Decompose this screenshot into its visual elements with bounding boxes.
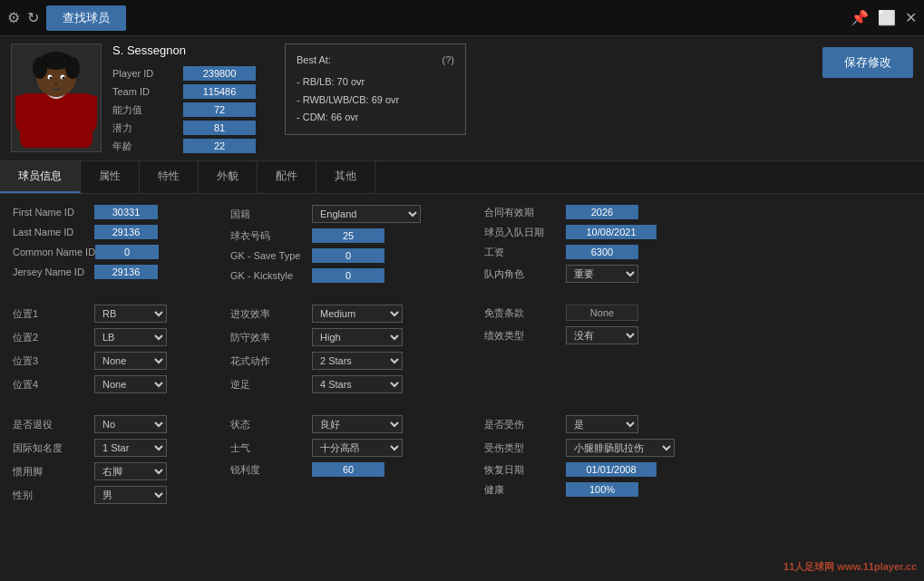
injured-label: 是否受伤 [484,418,566,431]
common-name-id-row: Common Name ID 0 [13,245,221,259]
condition-section: 状态 良好 士气 十分高昂 锐利度 60 [230,415,475,509]
ability-value: 72 [183,102,256,117]
gender-select[interactable]: 男 [94,486,167,504]
nationality-row: 国籍 England [230,205,475,223]
best-at-title: Best At: [297,52,331,70]
common-name-id-label: Common Name ID [13,247,95,257]
state-select[interactable]: 良好 [312,415,403,433]
pin-icon[interactable]: 📌 [851,9,869,26]
join-date-value: 10/08/2021 [566,225,657,239]
attack-rate-row: 进攻效率 Medium [230,305,475,323]
watermark: 11人足球网 www.11player.cc [783,560,917,574]
retired-select[interactable]: No [94,415,167,433]
skill-select[interactable]: 2 Stars [312,352,403,370]
contract-end-row: 合同有效期 2026 [484,205,911,219]
positions-section: 位置1 RB 位置2 LB 位置3 None [13,305,221,399]
nationality-select[interactable]: England [312,205,421,223]
gk-save-type-label: GK - Save Type [230,250,312,261]
sharpness-value: 60 [312,462,384,477]
defense-rate-select[interactable]: High [312,328,403,346]
pos2-select[interactable]: LB [94,328,167,346]
state-label: 状态 [230,418,312,431]
tab-traits[interactable]: 特性 [140,161,199,193]
attack-rate-label: 进攻效率 [230,307,312,321]
tab-accessories[interactable]: 配件 [258,161,316,193]
attack-rate-select[interactable]: Medium [312,305,403,323]
recovery-date-row: 恢复日期 01/01/2008 [484,462,911,477]
wage-row: 工资 6300 [484,245,911,259]
foot-label: 惯用脚 [13,465,94,479]
pos3-select[interactable]: None [94,352,167,370]
bonus-label: 绩效类型 [484,329,566,343]
weak-foot-label: 逆足 [230,378,312,392]
foot-select[interactable]: 右脚 [94,462,167,480]
bonus-select[interactable]: 没有 [566,326,638,344]
bonus-row: 绩效类型 没有 [484,326,911,344]
pos3-row: 位置3 None [13,352,221,370]
tab-player-info[interactable]: 球员信息 [0,161,81,193]
join-date-row: 球员入队日期 10/08/2021 [484,225,911,239]
weak-foot-select[interactable]: 4 Stars [312,375,403,393]
injured-select[interactable]: 是 [566,415,638,433]
potential-row: 潜力 81 [112,121,256,135]
pos1-select[interactable]: RB [94,305,167,323]
injury-section: 是否受伤 是 受伤类型 小腿腓肠肌拉伤 恢复日期 01/01/2008 健康 [484,415,911,509]
title-bar: ⚙ ↻ 查找球员 📌 ⬜ ✕ [0,0,924,36]
age-label: 年龄 [112,140,176,153]
svg-point-7 [50,77,53,80]
tab-other[interactable]: 其他 [316,161,375,193]
recovery-date-value: 01/01/2008 [566,462,657,477]
skill-row: 花式动作 2 Stars [230,352,475,370]
search-player-button[interactable]: 查找球员 [46,5,126,31]
tabs-bar: 球员信息 属性 特性 外貌 配件 其他 [0,161,924,194]
sharpness-row: 锐利度 60 [230,462,475,477]
pos4-row: 位置4 None [13,375,221,393]
foot-row: 惯用脚 右脚 [13,462,221,480]
ability-label: 能力值 [112,103,176,117]
wrench-icon[interactable]: ⚙ [7,9,20,26]
injury-type-label: 受伤类型 [484,441,566,455]
wage-value: 6300 [566,245,638,259]
last-name-id-label: Last Name ID [13,227,94,237]
defense-rate-label: 防守效率 [230,331,312,344]
pos3-label: 位置3 [13,354,94,368]
svg-point-9 [54,82,58,86]
ability-row: 能力值 72 [112,102,256,117]
gk-save-type-row: GK - Save Type 0 [230,248,475,263]
tab-appearance[interactable]: 外貌 [199,161,258,193]
player-id-value: 239800 [183,66,256,81]
famous-select[interactable]: 1 Star [94,439,167,457]
first-name-id-label: First Name ID [13,207,94,218]
contract-extras: 免责条款 None 绩效类型 没有 [484,305,911,399]
fitness-value: 100% [566,482,638,497]
best-at-line-1: - RB/LB: 70 ovr [297,73,454,92]
first-name-id-value: 30331 [94,205,158,219]
contract-end-label: 合同有效期 [484,206,566,219]
player-info-grid: S. Sessegnon Player ID 239800 Team ID 11… [112,44,256,153]
team-id-label: Team ID [112,86,176,97]
resize-icon[interactable]: ⬜ [878,9,896,26]
retired-label: 是否退役 [13,418,94,431]
tab-attributes[interactable]: 属性 [81,161,140,193]
pos4-select[interactable]: None [94,375,167,393]
jersey-number-label: 球衣号码 [230,229,312,243]
injury-type-select[interactable]: 小腿腓肠肌拉伤 [566,439,675,457]
svg-point-8 [63,77,65,80]
release-clause-label: 免责条款 [484,306,566,320]
morale-select[interactable]: 十分高昂 [312,439,403,457]
jersey-name-id-value: 29136 [94,265,158,279]
fitness-row: 健康 100% [484,482,911,497]
best-at-question[interactable]: (?) [443,52,454,70]
nationality-label: 国籍 [230,208,312,221]
sharpness-label: 锐利度 [230,463,312,477]
player-name: S. Sessegnon [112,44,256,57]
player-id-row: Player ID 239800 [112,66,256,81]
save-button[interactable]: 保存修改 [822,47,913,78]
close-icon[interactable]: ✕ [905,9,917,26]
injury-type-row: 受伤类型 小腿腓肠肌拉伤 [484,439,911,457]
skill-label: 花式动作 [230,354,312,368]
common-name-id-value: 0 [95,245,159,259]
refresh-icon[interactable]: ↻ [27,9,39,26]
team-role-select[interactable]: 重要 [566,265,638,283]
retired-row: 是否退役 No [13,415,221,433]
